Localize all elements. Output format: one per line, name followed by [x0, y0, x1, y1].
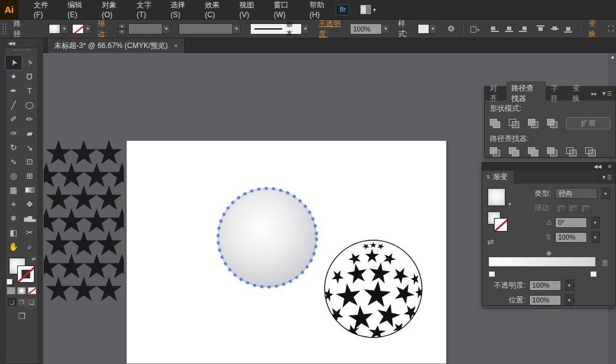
opacity-combo[interactable]: 100%▼: [350, 23, 390, 34]
swap-fill-stroke-icon[interactable]: ⇄: [31, 256, 36, 262]
tab-pathfinder[interactable]: 路径查找器: [506, 81, 546, 106]
style-swatch-combo[interactable]: ▼: [418, 24, 437, 34]
tools-collapse-icon[interactable]: ◀◀: [6, 39, 38, 48]
selection-tool[interactable]: ➤: [6, 55, 22, 70]
type-tool[interactable]: T: [22, 84, 38, 98]
ellipse-tool[interactable]: ◯: [22, 99, 38, 110]
expand-button[interactable]: 扩展: [566, 117, 610, 129]
color-button[interactable]: [7, 287, 15, 294]
none-button[interactable]: [28, 287, 36, 294]
brush-definition-field[interactable]: 基本: [250, 23, 302, 34]
stroke-within-icon[interactable]: [555, 203, 566, 212]
gradient-sphere-object[interactable]: [216, 186, 319, 289]
stroke-swatch-combo[interactable]: ▼: [72, 24, 92, 34]
gradient-midpoint-handle[interactable]: [546, 251, 552, 257]
panel-menu-icon[interactable]: ▼☰: [599, 91, 615, 97]
document-tab[interactable]: 未标题-3* @ 66.67% (CMYK/预览) ×: [48, 38, 185, 53]
transform-link[interactable]: 变换: [588, 18, 601, 39]
bridge-icon[interactable]: Br: [336, 4, 349, 15]
opacity-field[interactable]: 100%: [350, 23, 382, 34]
menu-effect[interactable]: 效果(C): [198, 0, 231, 22]
menu-select[interactable]: 选择(S): [164, 0, 197, 22]
scroll-up-icon[interactable]: ▲: [609, 53, 616, 60]
location-field[interactable]: 100%: [529, 295, 561, 305]
gradient-ramp[interactable]: [488, 257, 596, 267]
intersect-icon[interactable]: [528, 119, 539, 128]
width-tool[interactable]: ∿: [6, 155, 22, 169]
align-bottom-icon[interactable]: [564, 25, 571, 33]
draw-normal-button[interactable]: ❏: [7, 298, 17, 306]
stroke-weight-stepper[interactable]: ▲▼: [118, 23, 126, 35]
minus-back-icon[interactable]: [585, 147, 596, 156]
tools-drag-grip[interactable]: [13, 49, 30, 54]
slice-tool[interactable]: ✂: [22, 225, 38, 240]
gradient-panel-menu-icon[interactable]: ▼☰: [599, 174, 615, 180]
stroke-weight-field[interactable]: [128, 23, 163, 34]
gradient-button[interactable]: [17, 287, 26, 294]
draw-behind-button[interactable]: ❐: [17, 298, 26, 306]
outline-icon[interactable]: [566, 147, 577, 156]
unite-icon[interactable]: [490, 119, 501, 128]
tab-gradient[interactable]: ⇅ 渐变: [482, 171, 514, 184]
pencil-tool[interactable]: ✏: [22, 112, 38, 126]
align-center-icon[interactable]: [505, 25, 512, 33]
artboard[interactable]: [126, 140, 447, 364]
screen-mode-button[interactable]: ❐: [6, 312, 38, 321]
gradient-stroke-none-proxy[interactable]: [494, 218, 508, 232]
fill-swatch[interactable]: [49, 24, 60, 34]
stroke-link[interactable]: 描边:: [97, 18, 111, 39]
gradient-opacity-dropdown-icon[interactable]: ▼: [565, 280, 574, 291]
hand-tool[interactable]: ✋: [6, 240, 22, 254]
paintbrush-tool[interactable]: ✐: [6, 112, 22, 126]
style-swatch[interactable]: [418, 24, 429, 34]
align-top-icon[interactable]: [536, 25, 543, 33]
opacity-dropdown-icon[interactable]: ▼: [382, 24, 390, 34]
angle-field[interactable]: 0°: [555, 217, 587, 228]
delete-stop-icon[interactable]: 🗑: [601, 258, 609, 267]
width-profile-combo[interactable]: ▼: [179, 23, 241, 34]
align-right-icon[interactable]: [518, 25, 525, 33]
shape-builder-tool[interactable]: ◎: [6, 169, 22, 183]
eraser-tool[interactable]: ▰: [22, 126, 38, 140]
menu-file[interactable]: 文件(F): [27, 0, 60, 22]
stepper-down-icon[interactable]: ▼: [118, 29, 126, 35]
reverse-gradient-icon[interactable]: ⇄: [487, 237, 494, 246]
blend-tool[interactable]: ❖: [22, 197, 38, 211]
tab-character[interactable]: 字符: [546, 81, 567, 106]
tab-transform[interactable]: 变换: [567, 81, 589, 106]
bounding-box-icon[interactable]: ⛶: [608, 24, 614, 34]
gradient-opacity-field[interactable]: 100%: [529, 280, 561, 291]
menu-type[interactable]: 文字(T): [130, 0, 163, 22]
stepper-up-icon[interactable]: ▲: [118, 23, 126, 29]
gradient-thumbnail-combo[interactable]: ▼: [487, 188, 512, 206]
menu-edit[interactable]: 编辑(E): [61, 0, 94, 22]
tab-align[interactable]: 对齐: [485, 81, 506, 106]
stroke-along-icon[interactable]: [567, 203, 578, 212]
document-close-icon[interactable]: ×: [174, 42, 177, 49]
blob-brush-tool[interactable]: ✑: [6, 126, 22, 140]
panel-collapse-icon[interactable]: ◀◀: [594, 164, 601, 169]
width-profile-field[interactable]: [179, 23, 233, 34]
gradient-tool[interactable]: [22, 183, 38, 197]
controlbar-grip[interactable]: [2, 23, 6, 34]
line-segment-tool[interactable]: ╱: [6, 98, 22, 112]
merge-icon[interactable]: [528, 147, 539, 156]
menu-window[interactable]: 窗口(W): [267, 0, 301, 22]
style-dropdown-icon[interactable]: ▼: [429, 24, 437, 34]
column-graph-tool[interactable]: ▅▇▃: [22, 211, 38, 225]
mesh-tool[interactable]: ▦: [6, 183, 22, 197]
pen-tool[interactable]: ✒: [6, 84, 22, 98]
panel-resize-grip[interactable]: [482, 308, 615, 312]
star-sphere-object[interactable]: [323, 238, 424, 339]
gradient-thumb-dropdown-icon[interactable]: ▼: [508, 202, 512, 206]
gradient-thumbnail[interactable]: [487, 188, 506, 206]
stroke-weight-dropdown-icon[interactable]: ▼: [163, 24, 171, 34]
gradient-type-value[interactable]: 径向: [555, 188, 598, 199]
panel-close-icon[interactable]: ✕: [607, 164, 612, 169]
gradient-type-dropdown-icon[interactable]: ▼: [601, 188, 610, 199]
magic-wand-tool[interactable]: ✦: [6, 70, 22, 84]
rotate-tool[interactable]: ↻: [6, 140, 22, 155]
aspect-ratio-field[interactable]: 100%: [555, 232, 587, 243]
eyedropper-tool[interactable]: ⌖: [6, 197, 22, 211]
crop-icon[interactable]: [547, 147, 558, 156]
